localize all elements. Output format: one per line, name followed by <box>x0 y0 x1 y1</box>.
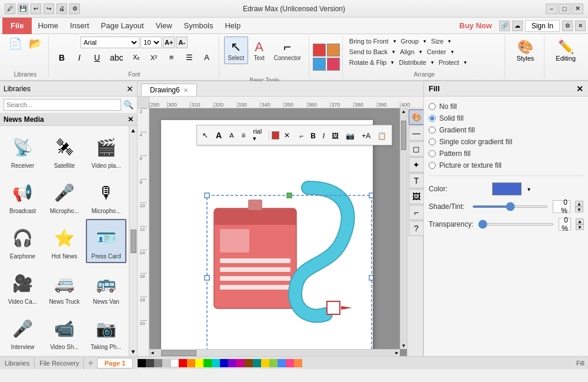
color-purple[interactable] <box>228 359 236 367</box>
drawing-tab[interactable]: Drawing6 ✕ <box>141 84 197 96</box>
ft-italic-btn[interactable]: I <box>320 131 328 141</box>
line-icon-btn[interactable]: — <box>409 125 423 141</box>
lib-item-news-truck[interactable]: 🚐News Truck <box>44 264 85 308</box>
lib-scrollbar-thumb[interactable] <box>131 230 136 253</box>
rotate-expander[interactable]: ▾ <box>390 59 395 65</box>
bold-btn[interactable]: B <box>54 52 70 64</box>
color-picker-btn[interactable] <box>492 182 522 195</box>
undo-icon[interactable]: ↩ <box>31 4 41 14</box>
trans-down-btn[interactable]: ▼ <box>576 224 584 230</box>
file-recovery-tab-btn[interactable]: File Recovery <box>35 357 84 369</box>
superscript-btn[interactable]: X² <box>146 52 162 63</box>
library-section-close-btn[interactable]: ✕ <box>128 115 133 124</box>
open-file-btn[interactable]: 📂 <box>26 36 45 51</box>
font-size-increase-btn[interactable]: A+ <box>163 36 175 48</box>
lib-scroll-up[interactable]: ▲ <box>129 126 137 135</box>
color-gray[interactable] <box>154 359 162 367</box>
sign-in-btn[interactable]: Sign In <box>525 20 560 32</box>
editing-btn[interactable]: ✏️ Editing <box>549 36 582 65</box>
ft-font-name[interactable]: rial ▾ <box>250 127 265 144</box>
lib-item-receiver[interactable]: 📡Receiver <box>2 128 43 172</box>
lib-item-press-card[interactable]: 🪪Press Card <box>86 219 126 263</box>
color-gold[interactable] <box>261 359 269 367</box>
library-search-input[interactable] <box>4 99 121 111</box>
maximize-btn[interactable]: □ <box>559 4 570 14</box>
search-icon[interactable]: 🔍 <box>123 100 133 109</box>
align-btn[interactable]: Align <box>397 47 417 57</box>
color-blue[interactable] <box>220 359 228 367</box>
picture-fill-radio[interactable] <box>429 162 436 169</box>
select-tool-btn[interactable]: ↖ Select <box>224 36 249 64</box>
solid-fill-radio[interactable] <box>429 115 436 122</box>
pattern-fill-radio[interactable] <box>429 150 436 157</box>
canvas-surface[interactable]: ↖ A A ≡ rial ▾ ✕ ⌐ B I 🖼 <box>149 108 407 356</box>
protect-btn[interactable]: Protect <box>436 58 462 67</box>
size-expander[interactable]: ▾ <box>447 38 452 44</box>
color-teal[interactable] <box>253 359 261 367</box>
lib-item-video-pla---[interactable]: 🎬Video pla... <box>86 128 126 172</box>
redo-icon[interactable]: ↪ <box>44 4 54 14</box>
bring-to-front-expander[interactable]: ▾ <box>392 38 397 44</box>
center-btn[interactable]: Center <box>424 47 449 57</box>
ft-align-btn[interactable]: ≡ <box>238 130 248 141</box>
shade-up-btn[interactable]: ▲ <box>575 201 583 207</box>
libraries-close-btn[interactable]: ✕ <box>126 84 133 94</box>
settings-icon[interactable]: ⚙ <box>69 4 80 14</box>
gradient-fill-radio[interactable] <box>429 127 436 134</box>
image-icon-btn[interactable]: 🖼 <box>409 189 423 204</box>
color-magenta[interactable] <box>236 359 245 367</box>
minimize-btn[interactable]: − <box>546 4 557 14</box>
shape-color-orange[interactable] <box>327 44 340 57</box>
font-family-select[interactable]: Arial Times New Roman Calibri <box>81 36 139 48</box>
text-style-icon-btn[interactable]: T <box>409 173 423 188</box>
color-lime[interactable] <box>269 359 278 367</box>
color-cyan[interactable] <box>212 359 220 367</box>
color-cornflower[interactable] <box>278 359 286 367</box>
cloud-icon[interactable]: ☁ <box>512 21 523 31</box>
color-orange[interactable] <box>187 359 195 367</box>
send-to-back-btn[interactable]: Send to Back <box>346 47 390 57</box>
lib-item-interview[interactable]: 🎤Interview <box>2 310 43 354</box>
effect-icon-btn[interactable]: ✦ <box>409 157 423 172</box>
lib-item-micropho---[interactable]: 🎙Micropho... <box>86 174 126 218</box>
group-btn[interactable]: Group <box>398 36 422 46</box>
color-white[interactable] <box>171 359 179 367</box>
bring-to-front-btn[interactable]: Bring to Front <box>346 36 392 46</box>
hscroll-left[interactable]: ◄ <box>149 350 155 356</box>
no-fill-radio[interactable] <box>429 103 436 110</box>
ft-more-btn[interactable]: 📋 <box>375 131 389 141</box>
vscroll-down[interactable]: ▼ <box>400 343 407 349</box>
connector-tool-btn[interactable]: ⌐ Connector <box>270 36 305 64</box>
tab-close-btn[interactable]: ✕ <box>183 87 188 94</box>
fill-close-btn[interactable]: ✕ <box>576 84 583 94</box>
font-size-decrease-btn[interactable]: A- <box>176 36 188 48</box>
color-lightgray[interactable] <box>162 359 171 367</box>
color-green[interactable] <box>203 359 212 367</box>
canvas-hscroll[interactable]: ◄ ► <box>149 349 400 356</box>
lib-item-broadcast[interactable]: 📢Broadcast <box>2 174 43 218</box>
align-expander[interactable]: ▾ <box>418 49 423 55</box>
vscroll-up[interactable]: ▲ <box>400 108 407 115</box>
menu-file[interactable]: File <box>2 18 32 34</box>
lib-item-taking-ph---[interactable]: 📷Taking Ph... <box>86 310 126 354</box>
ft-bold-btn[interactable]: B <box>308 131 319 141</box>
shape-color-pink[interactable] <box>327 58 340 71</box>
menu-page-layout[interactable]: Page Layout <box>95 18 150 34</box>
lib-item-earphone[interactable]: 🎧Earphone <box>2 219 43 263</box>
ft-cursor-btn[interactable]: ↖ <box>199 130 211 141</box>
ft-img-btn[interactable]: 🖼 <box>329 131 342 141</box>
color-red[interactable] <box>179 359 187 367</box>
shape-color-red[interactable] <box>313 44 326 57</box>
font-size-select[interactable]: 10 12 14 18 <box>141 36 162 48</box>
close2-icon[interactable]: ✕ <box>575 21 586 31</box>
rotate-flip-btn[interactable]: Rotate & Flip <box>346 58 390 67</box>
size-btn[interactable]: Size <box>428 36 446 46</box>
ft-font-a-btn[interactable]: A <box>213 129 225 141</box>
menu-home[interactable]: Home <box>32 18 64 34</box>
lib-item-news-van[interactable]: 🚌News Van <box>86 264 126 308</box>
hscroll-right[interactable]: ► <box>394 350 400 356</box>
bullet-btn[interactable]: ☰ <box>181 51 198 64</box>
strikethrough-btn[interactable]: abc <box>106 52 127 64</box>
lib-item-hot-news[interactable]: ⭐Hot News <box>44 219 85 263</box>
shade-down-btn[interactable]: ▼ <box>575 207 583 212</box>
